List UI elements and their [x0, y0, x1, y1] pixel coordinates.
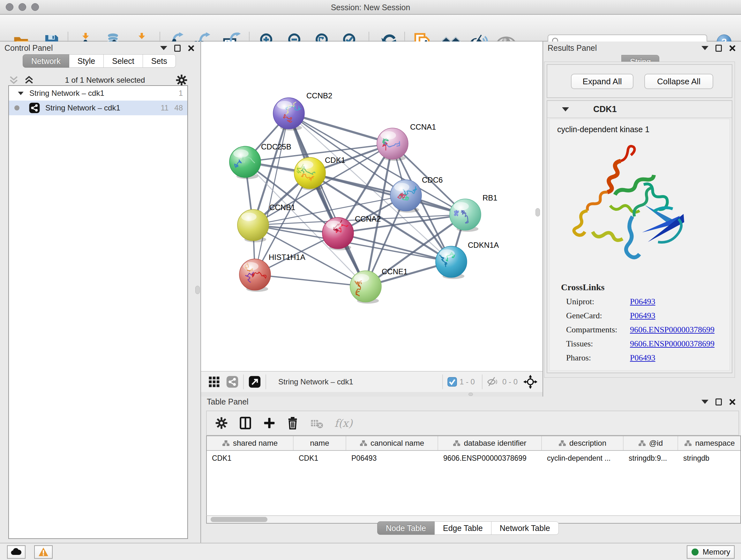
- column-header-namespace[interactable]: namespace: [678, 436, 741, 450]
- delete-table-icon-disabled: [310, 417, 324, 429]
- splitter-handle[interactable]: [468, 393, 473, 396]
- hidden-eye-slash-icon[interactable]: [487, 377, 500, 387]
- column-header-shared-name[interactable]: shared name: [207, 436, 293, 450]
- crosslink-row: Tissues:9606.ENSP00000378699: [566, 339, 730, 349]
- table-cell[interactable]: cyclin-dependent ...: [542, 451, 623, 465]
- column-label: canonical name: [370, 439, 424, 448]
- table-gear-icon[interactable]: [215, 417, 228, 429]
- crosslink-link[interactable]: 9606.ENSP00000378699: [630, 325, 715, 334]
- detach-view-icon[interactable]: [248, 375, 261, 388]
- add-column-icon[interactable]: [263, 417, 276, 429]
- protein-description: cyclin-dependent kinase 1: [557, 125, 730, 134]
- network-edge-CCNB2-CCNA1[interactable]: [289, 113, 393, 144]
- tab-style[interactable]: Style: [69, 54, 104, 68]
- tab-network[interactable]: Network: [23, 54, 69, 68]
- crosslink-link[interactable]: 9606.ENSP00000378699: [630, 339, 715, 349]
- table-cell[interactable]: CDK1: [207, 451, 293, 465]
- panel-menu-icon[interactable]: [701, 400, 709, 404]
- table-cell[interactable]: P06493: [346, 451, 438, 465]
- status-bar: Memory: [0, 543, 741, 560]
- network-node-CCNE1[interactable]: CCNE1: [350, 267, 408, 304]
- crosslink-row: Compartments:9606.ENSP00000378699: [566, 325, 730, 334]
- control-panel-title: Control Panel: [4, 44, 53, 53]
- splitter-handle[interactable]: [536, 208, 540, 216]
- close-panel-icon[interactable]: [729, 45, 736, 52]
- tab-network-table[interactable]: Network Table: [491, 521, 559, 535]
- network-tree: String Network – cdk1 1 String Network –…: [8, 85, 188, 539]
- network-node-HIST1H1A[interactable]: HIST1H1A: [239, 253, 306, 292]
- delete-column-icon[interactable]: [286, 416, 299, 430]
- panel-menu-icon[interactable]: [701, 46, 709, 50]
- cloud-icon: [10, 548, 22, 556]
- node-gloss-highlight: [354, 274, 369, 282]
- float-panel-icon[interactable]: [174, 45, 181, 52]
- network-node-CCNA1[interactable]: CCNA1: [377, 123, 436, 161]
- float-panel-icon[interactable]: [716, 398, 722, 406]
- network-row[interactable]: String Network – cdk1 11 48: [9, 101, 187, 115]
- network-canvas[interactable]: CCNB2CCNA1CDC25BCDK1CDC6RB1CCNB1CCNA2CDK…: [201, 42, 542, 371]
- table-cell[interactable]: stringdb:9...: [623, 451, 678, 465]
- column-header--id[interactable]: @id: [623, 436, 678, 450]
- table-cell[interactable]: 9606.ENSP00000378699: [438, 451, 542, 465]
- crosslink-row: Uniprot:P06493: [566, 297, 730, 307]
- network-edge-CCNB2-HIST1H1A[interactable]: [255, 113, 289, 274]
- table-row[interactable]: CDK1CDK1P064939606.ENSP00000378699cyclin…: [207, 451, 740, 465]
- tree-expand-icon[interactable]: [18, 91, 23, 95]
- collapse-all-button[interactable]: Collapse All: [644, 74, 713, 89]
- expand-all-button[interactable]: Expand All: [571, 74, 633, 89]
- network-node-CCNB2[interactable]: CCNB2: [273, 91, 332, 131]
- network-type-icon: [29, 102, 40, 114]
- splitter-handle[interactable]: [195, 286, 200, 294]
- birdseye-crosshair-icon[interactable]: [523, 375, 537, 389]
- network-node-CCNB1[interactable]: CCNB1: [238, 203, 295, 242]
- table-cell[interactable]: CDK1: [293, 451, 346, 465]
- tab-node-table[interactable]: Node Table: [377, 521, 434, 535]
- node-label-CCNB1: CCNB1: [269, 203, 295, 212]
- column-header-canonical-name[interactable]: canonical name: [346, 436, 438, 450]
- crosslink-label: GeneCard:: [566, 311, 630, 320]
- memory-button[interactable]: Memory: [687, 545, 735, 559]
- tab-edge-table[interactable]: Edge Table: [434, 521, 491, 535]
- close-panel-icon[interactable]: [188, 45, 195, 52]
- main-toolbar: ?: [0, 15, 741, 42]
- panel-menu-icon[interactable]: [160, 46, 167, 50]
- selected-checkbox-icon[interactable]: [448, 377, 457, 387]
- crosslink-row: GeneCard:P06493: [566, 311, 730, 320]
- column-header-database-identifier[interactable]: database identifier: [438, 436, 542, 450]
- column-header-description[interactable]: description: [542, 436, 623, 450]
- collapse-all-icon[interactable]: [8, 75, 19, 85]
- show-columns-icon[interactable]: [239, 416, 252, 430]
- tab-select[interactable]: Select: [104, 54, 143, 68]
- scrollbar-thumb[interactable]: [211, 517, 267, 522]
- network-edge-HIST1H1A-CCNE1[interactable]: [255, 274, 366, 287]
- close-panel-icon[interactable]: [729, 398, 736, 406]
- hidden-count: 0 - 0: [502, 377, 518, 386]
- grid-view-icon[interactable]: [208, 376, 220, 388]
- network-node-CDKN1A[interactable]: CDKN1A: [435, 241, 499, 279]
- share-view-icon[interactable]: [226, 375, 239, 388]
- function-builder-button[interactable]: f(x): [334, 417, 353, 429]
- tab-sets[interactable]: Sets: [143, 54, 176, 68]
- collapse-entry-icon[interactable]: [562, 107, 569, 111]
- protein-entry-header[interactable]: CDK1: [547, 101, 732, 118]
- network-collection-row[interactable]: String Network – cdk1 1: [9, 86, 187, 101]
- table-cell[interactable]: stringdb: [678, 451, 741, 465]
- crosslink-link[interactable]: P06493: [630, 297, 655, 307]
- column-label: namespace: [695, 439, 735, 448]
- crosslink-link[interactable]: P06493: [630, 353, 655, 363]
- expand-all-icon[interactable]: [23, 75, 35, 85]
- crosslink-link[interactable]: P06493: [630, 311, 655, 320]
- cloud-status-button[interactable]: [7, 545, 25, 559]
- node-gloss-highlight: [454, 202, 469, 210]
- column-header-name[interactable]: name: [293, 436, 346, 450]
- node-label-CDKN1A: CDKN1A: [468, 241, 499, 249]
- gear-icon[interactable]: [176, 74, 188, 86]
- node-label-CDK1: CDK1: [325, 156, 345, 165]
- network-node-CDK1[interactable]: CDK1: [294, 156, 345, 190]
- column-label: @id: [649, 439, 663, 448]
- warning-status-button[interactable]: [34, 545, 53, 559]
- network-node-RB1[interactable]: RB1: [450, 193, 497, 232]
- shared-column-icon: [453, 440, 461, 446]
- float-panel-icon[interactable]: [716, 45, 722, 52]
- collection-label: String Network – cdk1: [29, 89, 105, 98]
